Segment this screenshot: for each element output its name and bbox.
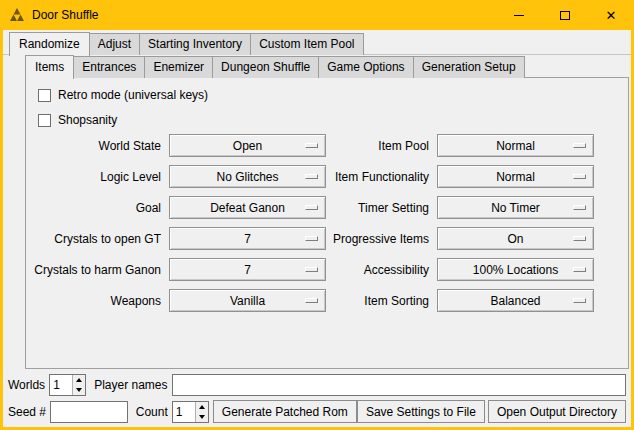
tab-custom-item-pool[interactable]: Custom Item Pool xyxy=(250,33,363,55)
item-sorting-dropdown[interactable]: Balanced xyxy=(437,289,594,312)
dropdown-indicator-icon xyxy=(573,267,586,272)
tab-adjust[interactable]: Adjust xyxy=(89,33,140,55)
item-functionality-label: Item Functionality xyxy=(327,170,437,184)
progressive-items-value: On xyxy=(507,232,523,246)
item-pool-dropdown[interactable]: Normal xyxy=(437,134,594,157)
open-output-button[interactable]: Open Output Directory xyxy=(488,400,626,423)
items-pane: Retro mode (universal keys) Shopsanity W… xyxy=(25,77,629,369)
item-functionality-dropdown[interactable]: Normal xyxy=(437,165,594,188)
count-input[interactable] xyxy=(173,402,195,422)
item-pool-label: Item Pool xyxy=(327,139,437,153)
crystals-ganon-dropdown[interactable]: 7 xyxy=(169,258,326,281)
seed-row: Seed # Count Generate Patched Rom Save S… xyxy=(8,400,626,423)
count-spin-buttons xyxy=(195,402,208,422)
dropdown-indicator-icon xyxy=(573,174,586,179)
goal-label: Goal xyxy=(27,201,169,215)
tab-starting-inventory[interactable]: Starting Inventory xyxy=(139,33,251,55)
tab-entrances[interactable]: Entrances xyxy=(73,56,145,78)
options-grid: World State Open Item Pool Normal Logic … xyxy=(27,130,595,316)
accessibility-label: Accessibility xyxy=(327,263,437,277)
weapons-value: Vanilla xyxy=(230,294,265,308)
retro-mode-label: Retro mode (universal keys) xyxy=(58,88,208,102)
tab-game-options[interactable]: Game Options xyxy=(318,56,413,78)
generate-rom-button[interactable]: Generate Patched Rom xyxy=(213,400,357,423)
dropdown-indicator-icon xyxy=(305,143,318,148)
worlds-input[interactable] xyxy=(50,375,72,395)
worlds-spinbox[interactable] xyxy=(49,374,86,396)
tab-enemizer[interactable]: Enemizer xyxy=(144,56,213,78)
window-controls: ✕ xyxy=(496,0,634,30)
crystals-gt-dropdown[interactable]: 7 xyxy=(169,227,326,250)
maximize-button[interactable] xyxy=(542,0,588,30)
tab-items[interactable]: Items xyxy=(25,55,74,79)
dropdown-indicator-icon xyxy=(573,236,586,241)
world-state-dropdown[interactable]: Open xyxy=(169,134,326,157)
dropdown-indicator-icon xyxy=(305,298,318,303)
count-label: Count xyxy=(136,405,168,419)
spin-down-icon[interactable] xyxy=(196,412,208,422)
accessibility-value: 100% Locations xyxy=(473,263,558,277)
titlebar[interactable]: Door Shuffle ✕ xyxy=(0,0,634,30)
bottom-controls: Worlds Player names Seed # xyxy=(3,374,631,427)
dropdown-indicator-icon xyxy=(305,205,318,210)
dropdown-indicator-icon xyxy=(305,267,318,272)
goal-value: Defeat Ganon xyxy=(210,201,285,215)
player-names-field-wrap xyxy=(172,374,627,396)
dropdown-indicator-icon xyxy=(573,205,586,210)
worlds-row: Worlds Player names xyxy=(8,374,626,396)
logic-level-value: No Glitches xyxy=(216,170,278,184)
shopsanity-checkbox[interactable] xyxy=(38,114,51,127)
minimize-icon xyxy=(514,15,524,16)
spin-up-icon[interactable] xyxy=(196,402,208,412)
worlds-label: Worlds xyxy=(8,378,45,392)
world-state-value: Open xyxy=(233,139,262,153)
logic-level-label: Logic Level xyxy=(27,170,169,184)
dropdown-indicator-icon xyxy=(573,298,586,303)
window-body: Randomize Adjust Starting Inventory Cust… xyxy=(3,30,631,427)
logic-level-dropdown[interactable]: No Glitches xyxy=(169,165,326,188)
spin-up-icon[interactable] xyxy=(73,375,85,385)
minimize-button[interactable] xyxy=(496,0,542,30)
player-names-label: Player names xyxy=(94,378,167,392)
goal-dropdown[interactable]: Defeat Ganon xyxy=(169,196,326,219)
item-sorting-label: Item Sorting xyxy=(327,294,437,308)
item-pool-value: Normal xyxy=(496,139,535,153)
close-button[interactable]: ✕ xyxy=(588,0,634,30)
tab-dungeon-shuffle[interactable]: Dungeon Shuffle xyxy=(212,56,319,78)
worlds-spin-buttons xyxy=(72,375,85,395)
progressive-items-label: Progressive Items xyxy=(327,232,437,246)
retro-mode-checkbox[interactable] xyxy=(38,89,51,102)
player-names-field[interactable] xyxy=(173,375,626,395)
world-state-label: World State xyxy=(27,139,169,153)
inner-notebook: Retro mode (universal keys) Shopsanity W… xyxy=(25,57,629,369)
tab-randomize[interactable]: Randomize xyxy=(9,32,90,56)
close-icon: ✕ xyxy=(606,9,617,22)
item-sorting-value: Balanced xyxy=(490,294,540,308)
save-settings-button[interactable]: Save Settings to File xyxy=(357,400,485,423)
progressive-items-dropdown[interactable]: On xyxy=(437,227,594,250)
seed-label: Seed # xyxy=(8,405,46,419)
retro-mode-row: Retro mode (universal keys) xyxy=(38,88,208,102)
timer-setting-dropdown[interactable]: No Timer xyxy=(437,196,594,219)
timer-setting-value: No Timer xyxy=(491,201,540,215)
crystals-ganon-value: 7 xyxy=(244,263,251,277)
tab-generation-setup[interactable]: Generation Setup xyxy=(413,56,525,78)
weapons-dropdown[interactable]: Vanilla xyxy=(169,289,326,312)
count-spinbox[interactable] xyxy=(172,401,209,423)
item-functionality-value: Normal xyxy=(496,170,535,184)
inner-tabstrip: Items Entrances Enemizer Dungeon Shuffle… xyxy=(25,57,525,78)
spin-down-icon[interactable] xyxy=(73,385,85,395)
app-window: Door Shuffle ✕ Randomize Adjust Starting… xyxy=(0,0,634,430)
shopsanity-label: Shopsanity xyxy=(58,113,117,127)
maximize-icon xyxy=(560,11,570,20)
crystals-gt-label: Crystals to open GT xyxy=(27,232,169,246)
accessibility-dropdown[interactable]: 100% Locations xyxy=(437,258,594,281)
crystals-ganon-label: Crystals to harm Ganon xyxy=(27,263,169,277)
shopsanity-row: Shopsanity xyxy=(38,113,117,127)
weapons-label: Weapons xyxy=(27,294,169,308)
seed-field[interactable] xyxy=(51,402,127,422)
dropdown-indicator-icon xyxy=(305,236,318,241)
seed-field-wrap xyxy=(50,401,128,423)
window-title: Door Shuffle xyxy=(32,8,99,22)
dropdown-indicator-icon xyxy=(573,143,586,148)
